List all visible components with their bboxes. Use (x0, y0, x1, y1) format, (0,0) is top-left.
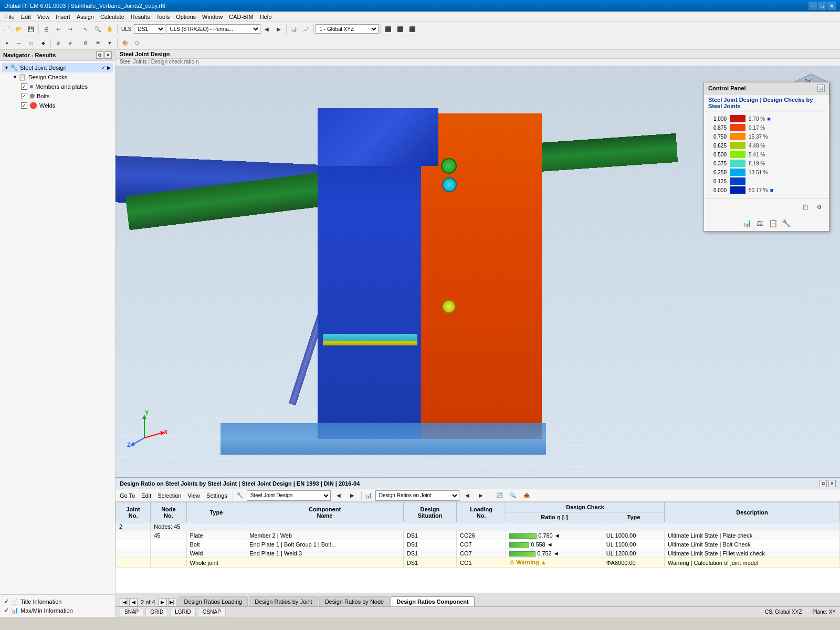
nav-item-steel-joint-design[interactable]: ▼ 🔧 Steel Joint Design ✓ ▶ (2, 63, 113, 72)
tb-filter[interactable]: ▼ (104, 37, 116, 49)
table-row-3[interactable]: Whole joint DS1 CO1 ⚠ Warning ▲ ΦA8000.0… (116, 558, 840, 568)
results-detach-btn[interactable]: ⧉ (820, 480, 827, 487)
results-right-combo[interactable]: Design Ratios on Joint (375, 490, 459, 501)
tb-undo[interactable]: ↩ (52, 23, 64, 35)
welds-checkbox[interactable]: ✓ (21, 102, 27, 109)
tb-snap[interactable]: ⊕ (52, 37, 64, 49)
tb-render[interactable]: 🎨 (119, 37, 131, 49)
nav-item-design-checks[interactable]: ▼ 📋 Design Checks (10, 72, 113, 82)
tb-display-props[interactable]: ⚙ (80, 37, 91, 49)
tb-wireframe[interactable]: ⬡ (131, 37, 143, 49)
results-view[interactable]: View (185, 491, 202, 500)
tb-next-load[interactable]: ▶ (273, 23, 285, 35)
results-export[interactable]: 📤 (521, 490, 532, 501)
results-goto[interactable]: Go To (118, 491, 137, 500)
tb-print[interactable]: 🖨 (40, 23, 52, 35)
view-combo[interactable]: 1 - Global XYZ (316, 24, 379, 34)
menu-results[interactable]: Results (128, 13, 153, 21)
results-type-prev[interactable]: ◀ (461, 490, 473, 501)
tb-save[interactable]: 💾 (25, 23, 37, 35)
tab-design-ratios-component[interactable]: Design Ratios Component (391, 596, 475, 606)
tb-side-view[interactable]: ⬛ (394, 23, 406, 35)
close-button[interactable]: ✕ (827, 2, 836, 10)
menu-edit[interactable]: Edit (18, 13, 34, 21)
menu-tools[interactable]: Tools (153, 13, 173, 21)
cp-expand-btn[interactable]: □ (817, 85, 825, 92)
legend-indicator-8[interactable]: ■ (770, 187, 774, 193)
tb-visibility[interactable]: 👁 (92, 37, 103, 49)
cp-tool-2[interactable]: ⚖ (754, 217, 766, 229)
nav-item-bolts[interactable]: ✓ ⬟ Bolts (19, 91, 113, 101)
menu-options[interactable]: Options (173, 13, 199, 21)
results-combo-prev[interactable]: ◀ (333, 490, 344, 501)
menu-insert[interactable]: Insert (52, 13, 74, 21)
results-edit[interactable]: Edit (139, 491, 153, 500)
results-type-next[interactable]: ▶ (475, 490, 487, 501)
minimize-button[interactable]: ─ (808, 2, 817, 10)
tb-prev-load[interactable]: ◀ (261, 23, 272, 35)
status-snap[interactable]: SNAP (120, 608, 143, 616)
bolts-checkbox[interactable]: ✓ (21, 93, 27, 99)
results-refresh[interactable]: 🔄 (494, 490, 505, 501)
cp-tool-4[interactable]: 🔧 (781, 217, 792, 229)
tb-grid[interactable]: # (65, 37, 76, 49)
nav-maxmin-info[interactable]: ✓ 📊 Max/Min Information (2, 606, 113, 615)
tb-open[interactable]: 📂 (13, 23, 25, 35)
menu-calculate[interactable]: Calculate (97, 13, 128, 21)
tab-design-ratios-joint[interactable]: Design Ratios by Joint (249, 596, 318, 606)
page-next-btn[interactable]: ▶ (159, 598, 167, 606)
results-combo-next[interactable]: ▶ (346, 490, 358, 501)
cp-tool-1[interactable]: 📊 (741, 217, 753, 229)
results-close-btn[interactable]: ✕ (828, 480, 836, 487)
tb-redo[interactable]: ↪ (65, 23, 76, 35)
tb-results-off[interactable]: 📈 (300, 23, 312, 35)
menu-view[interactable]: View (34, 13, 53, 21)
page-first-btn[interactable]: |◀ (120, 598, 128, 606)
tb-node[interactable]: ● (1, 37, 13, 49)
table-row-1[interactable]: Bolt End Plate 1 | Bolt Group 1 | Bolt..… (116, 540, 840, 549)
tb-surface[interactable]: ▭ (25, 37, 37, 49)
tb-pan[interactable]: ✋ (104, 23, 116, 35)
cp-tool-3[interactable]: 📋 (768, 217, 779, 229)
menu-cadbim[interactable]: CAD-BIM (226, 13, 256, 21)
results-left-combo[interactable]: Steel Joint Design (247, 490, 331, 501)
members-plates-checkbox[interactable]: ✓ (21, 83, 27, 90)
cp-settings-btn[interactable]: ⚙ (813, 201, 825, 213)
tb-line[interactable]: ─ (13, 37, 25, 49)
menu-assign[interactable]: Assign (74, 13, 97, 21)
results-selection[interactable]: Selection (155, 491, 183, 500)
tb-new[interactable]: 📄 (1, 23, 13, 35)
menu-window[interactable]: Window (199, 13, 226, 21)
navigator-float-btn[interactable]: ⧉ (96, 51, 103, 59)
page-prev-btn[interactable]: ◀ (129, 598, 138, 606)
status-lgrid[interactable]: LGRID (170, 608, 196, 616)
tb-3d-view[interactable]: ⬛ (406, 23, 418, 35)
nav-item-members-plates[interactable]: ✓ ■ Members and plates (19, 82, 113, 91)
cp-copy-btn[interactable]: 📋 (800, 201, 811, 213)
tb-front-view[interactable]: ⬛ (382, 23, 394, 35)
tb-solid[interactable]: ◆ (37, 37, 49, 49)
navigator-close-btn[interactable]: ✕ (104, 51, 112, 59)
legend-indicator-0[interactable]: ■ (767, 116, 771, 122)
menu-help[interactable]: Help (257, 13, 275, 21)
load-type-combo[interactable]: DS1 (134, 24, 165, 34)
results-settings[interactable]: Settings (204, 491, 229, 500)
status-osnap[interactable]: OSNAP (198, 608, 226, 616)
nav-item-welds[interactable]: ✓ 🔴 Welds (19, 101, 113, 110)
results-table-container[interactable]: JointNo. NodeNo. Type ComponentName Desi… (116, 502, 840, 593)
tb-results-on[interactable]: 📊 (288, 23, 300, 35)
table-row-2[interactable]: Weld End Plate 1 | Weld 3 DS1 CO7 0.752 … (116, 549, 840, 558)
status-grid[interactable]: GRID (145, 608, 168, 616)
tab-design-ratios-node[interactable]: Design Ratios by Node (319, 596, 390, 606)
tb-zoom[interactable]: 🔍 (92, 23, 103, 35)
nav-title-info[interactable]: ✓ 📄 Title Information (2, 597, 113, 606)
page-last-btn[interactable]: ▶| (168, 598, 176, 606)
load-desc-combo[interactable]: ULS (STR/GEO) - Perma... (166, 24, 260, 34)
table-row-0[interactable]: 45 Plate Member 2 | Web DS1 CO26 0.780 ◄… (116, 531, 840, 540)
tab-design-ratios-loading[interactable]: Design Ratios Loading (178, 596, 248, 606)
maximize-button[interactable]: □ (818, 2, 826, 10)
tb-select[interactable]: ↖ (80, 23, 91, 35)
viewport-3d[interactable]: X Y Z Front Top (116, 66, 840, 477)
results-filter[interactable]: 🔍 (507, 490, 519, 501)
menu-file[interactable]: File (2, 13, 18, 21)
